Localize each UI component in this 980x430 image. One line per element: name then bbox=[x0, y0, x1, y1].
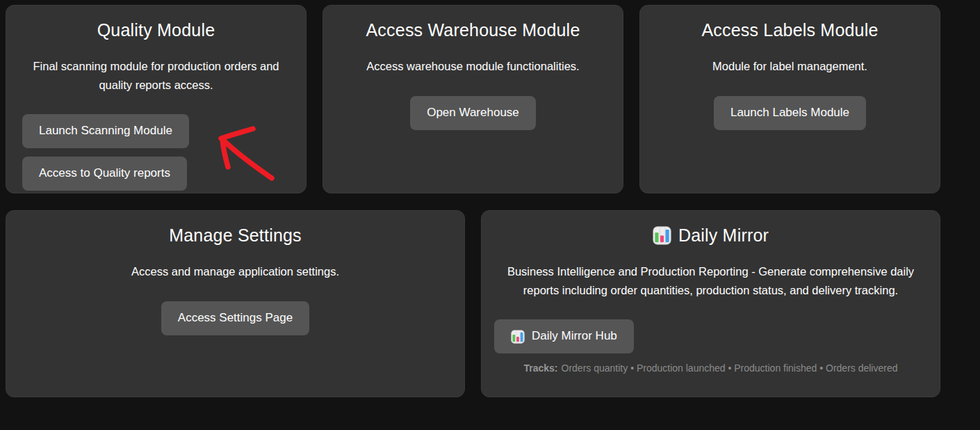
card-description-daily-mirror: Business Intelligence and Production Rep… bbox=[493, 262, 928, 300]
card-warehouse-module: Access Warehouse Module Access warehouse… bbox=[322, 5, 623, 193]
card-daily-mirror: Daily Mirror Business Intelligence and P… bbox=[481, 210, 940, 397]
tracks-items: Orders quantity • Production launched • … bbox=[562, 363, 898, 374]
access-quality-reports-button[interactable]: Access to Quality reports bbox=[22, 157, 187, 191]
card-description-labels-module: Module for label management. bbox=[651, 57, 929, 76]
quality-module-buttons: Launch Scanning Module Access to Quality… bbox=[22, 114, 295, 191]
card-title-daily-mirror: Daily Mirror bbox=[492, 225, 929, 246]
access-settings-page-button[interactable]: Access Settings Page bbox=[161, 301, 309, 335]
daily-mirror-hub-button[interactable]: Daily Mirror Hub bbox=[494, 319, 634, 353]
card-description-quality-module: Final scanning module for production ord… bbox=[17, 57, 295, 95]
modules-row-bottom: Manage Settings Access and manage applic… bbox=[6, 210, 940, 397]
launch-scanning-module-button[interactable]: Launch Scanning Module bbox=[22, 114, 189, 148]
daily-mirror-hub-button-label: Daily Mirror Hub bbox=[532, 328, 617, 344]
card-title-warehouse-module: Access Warehouse Module bbox=[334, 19, 612, 41]
card-title-quality-module: Quality Module bbox=[17, 19, 295, 41]
card-labels-module: Access Labels Module Module for label ma… bbox=[639, 5, 940, 193]
tracks-label: Tracks: bbox=[523, 363, 557, 374]
card-title-daily-mirror-text: Daily Mirror bbox=[678, 225, 769, 245]
bar-chart-icon bbox=[511, 330, 525, 344]
card-quality-module: Quality Module Final scanning module for… bbox=[6, 5, 307, 193]
daily-mirror-tracks-line: Tracks:Orders quantity • Production laun… bbox=[492, 363, 929, 374]
bar-chart-icon bbox=[653, 226, 671, 245]
card-description-warehouse-module: Access warehouse module functionalities. bbox=[334, 57, 612, 76]
launch-labels-module-button[interactable]: Launch Labels Module bbox=[714, 96, 866, 130]
card-title-labels-module: Access Labels Module bbox=[651, 19, 929, 41]
modules-row-top: Quality Module Final scanning module for… bbox=[6, 5, 940, 193]
card-title-manage-settings: Manage Settings bbox=[17, 225, 454, 246]
card-manage-settings: Manage Settings Access and manage applic… bbox=[6, 210, 465, 397]
card-description-manage-settings: Access and manage application settings. bbox=[18, 262, 452, 281]
modules-dashboard: Quality Module Final scanning module for… bbox=[6, 5, 940, 397]
open-warehouse-button[interactable]: Open Warehouse bbox=[410, 96, 536, 130]
